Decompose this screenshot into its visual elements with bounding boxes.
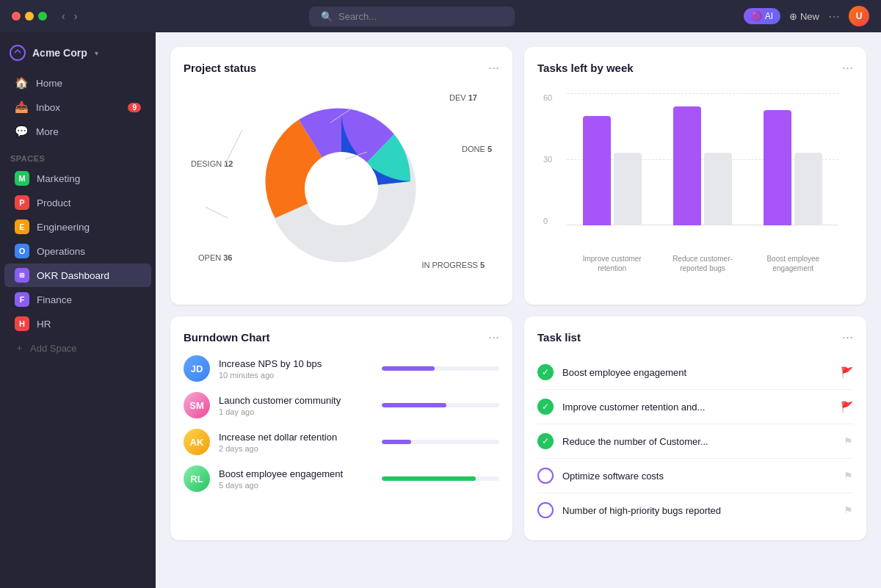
task-check-2: ✓ (537, 399, 554, 415)
burndown-progress-2 (382, 403, 499, 407)
back-arrow-icon[interactable]: ‹ (59, 9, 68, 23)
pie-chart (246, 93, 437, 284)
burndown-info-4: Boost employee engagement 5 days ago (219, 468, 373, 490)
sidebar: Acme Corp ▾ 🏠 Home 📥 Inbox 9 💬 More Spac… (0, 32, 156, 588)
burndown-item-1: JD Increase NPS by 10 bps 10 minutes ago (184, 355, 499, 382)
sidebar-item-label: Inbox (36, 102, 60, 113)
burndown-progress-1 (382, 366, 499, 371)
inbox-badge: 9 (128, 103, 141, 112)
task-list-title: Task list (537, 331, 581, 344)
task-list-card: Task list ··· ✓ Boost employee engagemen… (524, 316, 866, 540)
sidebar-item-finance[interactable]: F Finance (4, 288, 151, 311)
top-cards-row: Project status ··· (170, 47, 866, 305)
bar-group-3 (764, 93, 822, 225)
task-flag-4: ⚑ (844, 470, 853, 482)
burndown-card: Burndown Chart ··· JD Increase NPS by 10… (170, 316, 512, 540)
new-button[interactable]: ⊕ New (789, 11, 819, 22)
burndown-progress-3 (382, 440, 499, 444)
burndown-item-4: RL Boost employee engagement 5 days ago (184, 465, 499, 492)
task-item-2[interactable]: ✓ Improve customer retention and... 🚩 (537, 390, 853, 424)
maximize-button[interactable] (38, 12, 47, 21)
burndown-name-2: Launch customer community (219, 395, 373, 406)
space-label: HR (37, 319, 51, 330)
burndown-more[interactable]: ··· (488, 330, 499, 345)
svg-line-4 (206, 207, 228, 218)
design-label: DESIGN 12 (191, 159, 233, 168)
task-list: ✓ Boost employee engagement 🚩 ✓ Improve … (537, 355, 853, 527)
task-item-4[interactable]: Optimize software costs ⚑ (537, 459, 853, 493)
space-icon-operations: O (15, 244, 29, 258)
burndown-fill-1 (382, 366, 435, 371)
task-text-4: Optimize software costs (562, 471, 835, 482)
burndown-item-3: AK Increase net dollar retention 2 days … (184, 429, 499, 455)
task-list-header: Task list ··· (537, 330, 853, 345)
burndown-progress-4 (382, 476, 499, 481)
nav-arrows: ‹ › (59, 9, 80, 23)
sidebar-item-engineering[interactable]: E Engineering (4, 215, 151, 239)
x-label-1: Improve customer retention (579, 254, 645, 273)
bar-bg-2 (704, 153, 732, 225)
x-labels: Improve customer retention Reduce custom… (567, 254, 838, 273)
sidebar-item-home[interactable]: 🏠 Home (4, 71, 151, 95)
minimize-button[interactable] (25, 12, 34, 21)
workspace-header[interactable]: Acme Corp ▾ (0, 38, 156, 68)
home-icon: 🏠 (15, 76, 29, 90)
task-text-2: Improve customer retention and... (562, 402, 832, 413)
grid-icon[interactable]: ⋯ (828, 10, 840, 23)
search-bar[interactable]: 🔍 Search... (309, 7, 515, 26)
sidebar-item-operations[interactable]: O Operations (4, 239, 151, 263)
tasks-by-week-more[interactable]: ··· (842, 60, 853, 76)
more-icon: 💬 (15, 125, 29, 138)
x-label-3: Boost employee engagement (760, 254, 826, 273)
nav-items: 🏠 Home 📥 Inbox 9 💬 More (0, 68, 156, 147)
burndown-fill-4 (382, 476, 476, 481)
task-check-1: ✓ (537, 364, 554, 380)
sidebar-item-more[interactable]: 💬 More (4, 120, 151, 143)
inbox-icon: 📥 (15, 101, 29, 114)
burndown-fill-3 (382, 440, 411, 444)
workspace-name: Acme Corp (32, 47, 87, 59)
traffic-lights (12, 12, 47, 21)
task-text-3: Reduce the number of Customer... (562, 436, 835, 447)
done-label: DONE 5 (462, 145, 492, 153)
bar-main-2 (673, 106, 701, 225)
space-icon-finance: F (15, 292, 29, 307)
sidebar-item-label: Home (36, 78, 62, 89)
project-status-more[interactable]: ··· (488, 60, 499, 76)
sidebar-item-okr[interactable]: ⊞ OKR Dashboard (4, 264, 151, 287)
forward-arrow-icon[interactable]: › (71, 9, 81, 23)
y-label-60: 60 (543, 93, 552, 102)
burndown-name-4: Boost employee engagement (219, 468, 373, 479)
spaces-list: M Marketing P Product E Engineering O Op… (0, 166, 156, 336)
bar-main-3 (764, 110, 791, 225)
plus-icon: ＋ (15, 341, 24, 355)
titlebar-left: ‹ › (12, 9, 80, 23)
task-text-1: Boost employee engagement (562, 367, 832, 378)
ai-label: AI (765, 11, 773, 21)
add-space-button[interactable]: ＋ Add Space (4, 337, 151, 359)
task-item-5[interactable]: Number of high-priority bugs reported ⚑ (537, 493, 853, 527)
bar-bg-3 (794, 153, 822, 225)
close-button[interactable] (12, 12, 21, 21)
space-icon-product: P (15, 195, 29, 210)
space-icon-engineering: E (15, 219, 29, 234)
task-list-more[interactable]: ··· (842, 330, 853, 345)
bottom-cards-row: Burndown Chart ··· JD Increase NPS by 10… (170, 316, 866, 540)
bar-group-1 (583, 93, 642, 225)
burndown-item-2: SM Launch customer community 1 day ago (184, 392, 499, 418)
avatar[interactable]: U (849, 6, 869, 26)
burndown-info-2: Launch customer community 1 day ago (219, 395, 373, 416)
sidebar-item-product[interactable]: P Product (4, 191, 151, 214)
burndown-avatar-2: SM (184, 392, 210, 418)
task-item-1[interactable]: ✓ Boost employee engagement 🚩 (537, 355, 853, 390)
ai-icon: 🟣 (751, 11, 762, 21)
sidebar-item-marketing[interactable]: M Marketing (4, 167, 151, 190)
ai-badge[interactable]: 🟣 AI (744, 8, 780, 24)
sidebar-item-inbox[interactable]: 📥 Inbox 9 (4, 95, 151, 119)
chevron-down-icon: ▾ (95, 49, 98, 57)
burndown-info-1: Increase NPS by 10 bps 10 minutes ago (219, 358, 373, 380)
task-item-3[interactable]: ✓ Reduce the number of Customer... ⚑ (537, 424, 853, 459)
burndown-avatar-1: JD (184, 355, 210, 382)
project-status-header: Project status ··· (184, 60, 499, 76)
sidebar-item-hr[interactable]: H HR (4, 312, 151, 335)
